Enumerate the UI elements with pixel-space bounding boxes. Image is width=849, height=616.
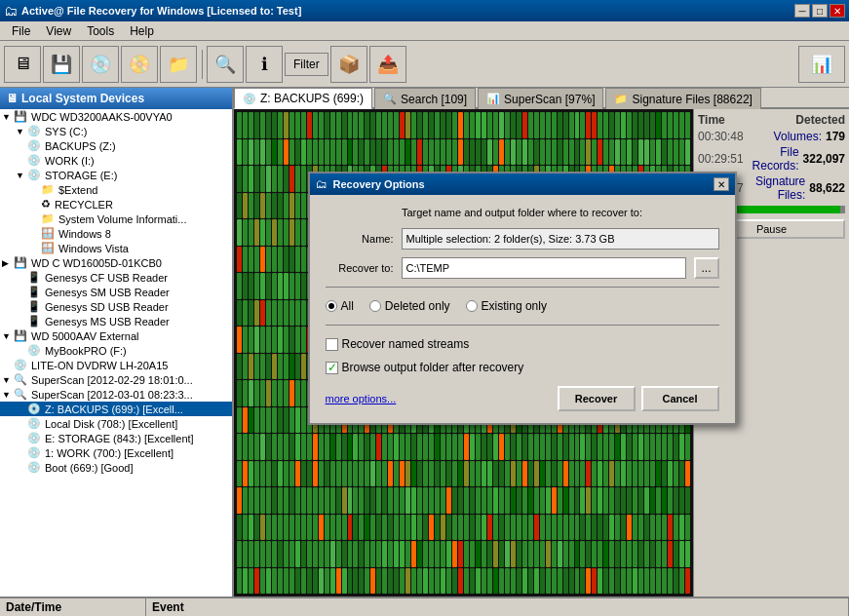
scan-cell: [470, 434, 475, 460]
close-button[interactable]: ✕: [830, 4, 845, 18]
tree-item[interactable]: 🪟 Windows 8: [0, 226, 232, 241]
tree-item[interactable]: 💿 Local Disk (708:) [Excellent]: [0, 416, 232, 431]
tree-item[interactable]: ▶ 💾 WD C WD16005D-01KCB0: [0, 255, 232, 270]
scan-cell: [627, 515, 632, 541]
toolbar-btn-3[interactable]: 📀: [121, 46, 158, 83]
tree-item[interactable]: 💿 LITE-ON DVDRW LH-20A15: [0, 358, 232, 372]
tree-item[interactable]: 💿 BACKUPS (Z:): [0, 138, 232, 153]
recover-button[interactable]: Recover: [558, 386, 636, 411]
tree-area[interactable]: ▼ 💾 WDC WD3200AAKS-00VYA0 ▼ 💿 SYS (C:) 💿…: [0, 109, 232, 597]
scan-cell: [423, 461, 428, 487]
cancel-button[interactable]: Cancel: [641, 386, 719, 411]
radio-all[interactable]: All: [326, 299, 354, 313]
radio-all-circle: [326, 300, 337, 312]
modal-positioner: 🗂 Recovery Options ✕ Target name and out…: [308, 172, 737, 425]
scan-cell: [668, 487, 673, 514]
scan-cell: [603, 541, 608, 567]
tree-item[interactable]: 💿 MyBookPRO (F:): [0, 343, 232, 358]
scan-cell: [679, 541, 684, 567]
modal-close-button[interactable]: ✕: [714, 177, 729, 191]
tree-item[interactable]: 📱 Genesys CF USB Reader: [0, 270, 232, 285]
tree-item[interactable]: 📁 $Extend: [0, 182, 232, 197]
scan-cell: [365, 487, 369, 514]
tree-node-icon: 🪟: [41, 242, 55, 254]
scan-cell: [575, 434, 580, 460]
scan-cell: [237, 541, 242, 567]
scan-cell: [417, 541, 422, 567]
tree-item[interactable]: 📱 Genesys MS USB Reader: [0, 314, 232, 328]
toolbar-btn-2[interactable]: 💿: [82, 46, 119, 83]
tree-item[interactable]: 📁 System Volume Informati...: [0, 212, 232, 226]
scan-cell: [243, 407, 248, 434]
tree-item[interactable]: 💿 E: STORAGE (843:) [Excellent]: [0, 431, 232, 445]
scan-cell: [423, 139, 428, 166]
menu-help[interactable]: Help: [122, 22, 162, 40]
toolbar-btn-0[interactable]: 🖥: [4, 46, 41, 83]
tree-item[interactable]: 📱 Genesys SD USB Reader: [0, 299, 232, 314]
tree-item[interactable]: ▼ 🔍 SuperScan [2012-02-29 18:01:0...: [0, 372, 232, 387]
scan-cell: [278, 461, 283, 487]
scan-cell: [452, 139, 457, 166]
tree-item[interactable]: ▼ 🔍 SuperScan [2012-03-01 08:23:3...: [0, 387, 232, 402]
scan-cell: [260, 380, 265, 406]
scan-cell: [272, 327, 277, 353]
tab-0[interactable]: 💿Z: BACKUPS (699:): [234, 88, 372, 109]
scan-cell: [685, 434, 690, 460]
tree-item[interactable]: ▼ 💾 WDC WD3200AAKS-00VYA0: [0, 109, 232, 124]
scan-cell: [575, 541, 580, 567]
scan-cell: [284, 407, 289, 434]
toolbar-btn-1[interactable]: 💾: [43, 46, 80, 83]
radio-existing[interactable]: Existing only: [466, 299, 547, 313]
menu-file[interactable]: File: [4, 22, 38, 40]
scan-cell: [370, 461, 375, 487]
tree-item[interactable]: 📱 Genesys SM USB Reader: [0, 285, 232, 299]
toolbar-btn-4[interactable]: 📁: [160, 46, 197, 83]
scan-cell: [517, 541, 521, 567]
checkbox-browse-after[interactable]: Browse output folder after recovery: [326, 361, 719, 374]
toolbar-btn-recover[interactable]: 📦: [330, 46, 367, 83]
filter-button[interactable]: Filter: [285, 53, 328, 76]
scan-cell: [668, 461, 673, 487]
tree-item[interactable]: 💿 Boot (669:) [Good]: [0, 460, 232, 475]
scan-cell: [260, 273, 265, 299]
tree-item[interactable]: 💿 WORK (I:): [0, 153, 232, 168]
scan-cell: [400, 139, 405, 166]
scan-cell: [580, 568, 585, 595]
scan-cell: [295, 515, 300, 541]
scan-cell: [546, 461, 551, 487]
tree-item[interactable]: ▼ 💿 SYS (C:): [0, 124, 232, 138]
tree-item[interactable]: 💿 Z: BACKUPS (699:) [Excell...: [0, 402, 232, 416]
scan-cell: [435, 112, 440, 138]
name-input[interactable]: [402, 228, 719, 250]
toolbar-btn-chart[interactable]: 📊: [798, 46, 845, 83]
tree-item[interactable]: ♻ RECYCLER: [0, 197, 232, 212]
recover-to-input[interactable]: [402, 257, 686, 279]
tab-1[interactable]: 🔍Search [109]: [374, 88, 476, 109]
scan-cell: [417, 568, 422, 595]
scan-cell: [615, 515, 620, 541]
minimize-button[interactable]: ─: [794, 4, 810, 18]
maximize-button[interactable]: □: [812, 4, 828, 18]
scan-cell: [638, 139, 643, 166]
tree-item[interactable]: 💿 1: WORK (700:) [Excellent]: [0, 445, 232, 460]
scan-cell: [295, 461, 300, 487]
radio-deleted[interactable]: Deleted only: [369, 299, 450, 313]
scan-cell: [353, 434, 358, 460]
menu-view[interactable]: View: [38, 22, 79, 40]
browse-button[interactable]: ...: [694, 257, 719, 279]
toolbar-btn-info[interactable]: ℹ: [246, 46, 283, 83]
tree-item[interactable]: ▼ 💿 STORAGE (E:): [0, 168, 232, 182]
tree-item[interactable]: 🪟 Windows Vista: [0, 241, 232, 255]
tab-2[interactable]: 📊SuperScan [97%]: [478, 88, 603, 109]
toolbar-btn-search[interactable]: 🔍: [207, 46, 244, 83]
tree-item[interactable]: ▼ 💾 WD 5000AAV External: [0, 328, 232, 343]
tab-3[interactable]: 📁Signature Files [88622]: [605, 88, 760, 109]
scan-cell: [511, 461, 516, 487]
checkbox-named-streams[interactable]: Recover named streams: [326, 337, 719, 351]
more-options-link[interactable]: more options...: [326, 393, 397, 404]
scan-cell: [260, 112, 265, 138]
toolbar-btn-export[interactable]: 📤: [369, 46, 406, 83]
menu-tools[interactable]: Tools: [79, 22, 122, 40]
scan-cell: [394, 515, 399, 541]
scan-cell: [575, 568, 580, 595]
